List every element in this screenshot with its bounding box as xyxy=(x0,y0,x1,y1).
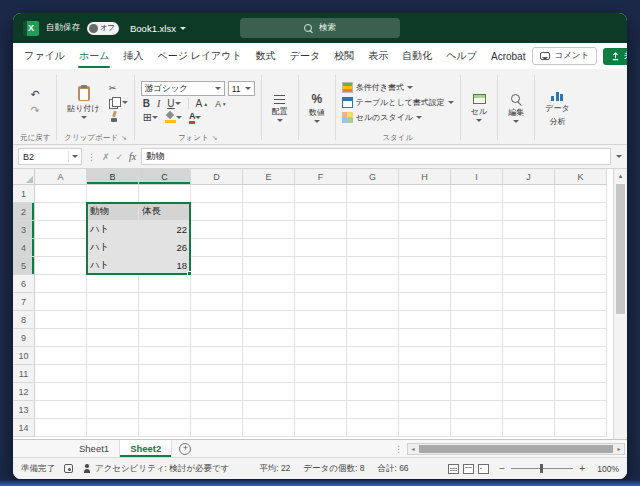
bold-button[interactable]: B xyxy=(141,97,152,110)
row-header-8[interactable]: 8 xyxy=(13,311,35,329)
cell-H11[interactable] xyxy=(399,365,451,383)
column-header-D[interactable]: D xyxy=(191,169,243,185)
cell-F12[interactable] xyxy=(295,383,347,401)
cell-I14[interactable] xyxy=(451,419,503,437)
tab-review[interactable]: 校閲 xyxy=(327,43,361,69)
paste-button[interactable]: 貼り付け xyxy=(63,85,103,120)
alignment-menu-button[interactable]: 配置 xyxy=(268,94,292,123)
row-header-10[interactable]: 10 xyxy=(13,347,35,365)
cell-I8[interactable] xyxy=(451,311,503,329)
cell-G11[interactable] xyxy=(347,365,399,383)
cell-A3[interactable] xyxy=(35,221,87,239)
cell-I6[interactable] xyxy=(451,275,503,293)
cell-A4[interactable] xyxy=(35,239,87,257)
cell-I1[interactable] xyxy=(451,185,503,203)
insert-function-button[interactable]: fx xyxy=(129,151,136,162)
cell-A8[interactable] xyxy=(35,311,87,329)
row-header-3[interactable]: 3 xyxy=(13,221,35,239)
cell-K6[interactable] xyxy=(555,275,607,293)
cell-B13[interactable] xyxy=(87,401,139,419)
cell-I12[interactable] xyxy=(451,383,503,401)
row-header-12[interactable]: 12 xyxy=(13,383,35,401)
cell-B11[interactable] xyxy=(87,365,139,383)
cell-E6[interactable] xyxy=(243,275,295,293)
cell-D1[interactable] xyxy=(191,185,243,203)
zoom-out-button[interactable]: − xyxy=(499,463,505,474)
cell-E11[interactable] xyxy=(243,365,295,383)
cell-A7[interactable] xyxy=(35,293,87,311)
cell-C8[interactable] xyxy=(139,311,191,329)
cell-E2[interactable] xyxy=(243,203,295,221)
cell-G10[interactable] xyxy=(347,347,399,365)
cell-C7[interactable] xyxy=(139,293,191,311)
analyze-data-button[interactable]: データ 分析 xyxy=(541,89,573,128)
row-header-14[interactable]: 14 xyxy=(13,419,35,437)
zoom-in-button[interactable]: + xyxy=(579,463,585,474)
zoom-slider[interactable] xyxy=(511,468,573,469)
cell-K9[interactable] xyxy=(555,329,607,347)
cell-F4[interactable] xyxy=(295,239,347,257)
cell-D8[interactable] xyxy=(191,311,243,329)
cell-K3[interactable] xyxy=(555,221,607,239)
cell-C2[interactable]: 体長 xyxy=(139,203,191,221)
comments-button[interactable]: コメント xyxy=(532,47,597,65)
new-sheet-button[interactable]: + xyxy=(179,443,191,455)
tab-file[interactable]: ファイル xyxy=(17,43,72,69)
cell-A11[interactable] xyxy=(35,365,87,383)
cell-E8[interactable] xyxy=(243,311,295,329)
cell-D11[interactable] xyxy=(191,365,243,383)
column-header-K[interactable]: K xyxy=(555,169,607,185)
cell-J13[interactable] xyxy=(503,401,555,419)
cell-C10[interactable] xyxy=(139,347,191,365)
cell-F13[interactable] xyxy=(295,401,347,419)
tab-acrobat[interactable]: Acrobat xyxy=(484,43,532,69)
cell-I7[interactable] xyxy=(451,293,503,311)
formula-input[interactable]: 動物 xyxy=(141,148,611,165)
cell-D4[interactable] xyxy=(191,239,243,257)
cut-button[interactable]: ✂ xyxy=(109,83,128,95)
cell-A6[interactable] xyxy=(35,275,87,293)
cell-H12[interactable] xyxy=(399,383,451,401)
cell-C11[interactable] xyxy=(139,365,191,383)
cell-F3[interactable] xyxy=(295,221,347,239)
cell-C13[interactable] xyxy=(139,401,191,419)
conditional-formatting-button[interactable]: 条件付き書式 xyxy=(342,80,454,95)
clipboard-dialog-launcher-icon[interactable]: ↘ xyxy=(121,134,127,142)
number-menu-button[interactable]: % 数値 xyxy=(305,92,329,124)
column-header-H[interactable]: H xyxy=(399,169,451,185)
cell-H9[interactable] xyxy=(399,329,451,347)
cell-D12[interactable] xyxy=(191,383,243,401)
row-header-1[interactable]: 1 xyxy=(13,185,35,203)
redo-button[interactable]: ↷ xyxy=(29,104,42,117)
cell-B10[interactable] xyxy=(87,347,139,365)
search-box[interactable]: 検索 xyxy=(240,18,400,38)
cell-B8[interactable] xyxy=(87,311,139,329)
scroll-up-icon[interactable]: ▲ xyxy=(614,169,627,182)
tab-home[interactable]: ホーム xyxy=(72,43,116,69)
cell-H4[interactable] xyxy=(399,239,451,257)
macro-record-icon[interactable] xyxy=(64,464,73,473)
cell-G6[interactable] xyxy=(347,275,399,293)
cell-I5[interactable] xyxy=(451,257,503,275)
cell-E14[interactable] xyxy=(243,419,295,437)
row-header-6[interactable]: 6 xyxy=(13,275,35,293)
page-break-view-button[interactable] xyxy=(478,464,489,474)
horizontal-scroll-thumb[interactable] xyxy=(419,445,613,453)
cell-H1[interactable] xyxy=(399,185,451,203)
cell-J12[interactable] xyxy=(503,383,555,401)
cell-J9[interactable] xyxy=(503,329,555,347)
cell-F7[interactable] xyxy=(295,293,347,311)
cell-K10[interactable] xyxy=(555,347,607,365)
column-header-F[interactable]: F xyxy=(295,169,347,185)
cell-B4[interactable]: ハト xyxy=(87,239,139,257)
cell-B12[interactable] xyxy=(87,383,139,401)
cell-E12[interactable] xyxy=(243,383,295,401)
cell-A1[interactable] xyxy=(35,185,87,203)
cell-A14[interactable] xyxy=(35,419,87,437)
borders-button[interactable]: ⊞ xyxy=(141,111,160,124)
cell-C4[interactable]: 26 xyxy=(139,239,191,257)
cell-G5[interactable] xyxy=(347,257,399,275)
cell-E4[interactable] xyxy=(243,239,295,257)
cell-E10[interactable] xyxy=(243,347,295,365)
vertical-scrollbar[interactable]: ▲ xyxy=(613,169,627,439)
